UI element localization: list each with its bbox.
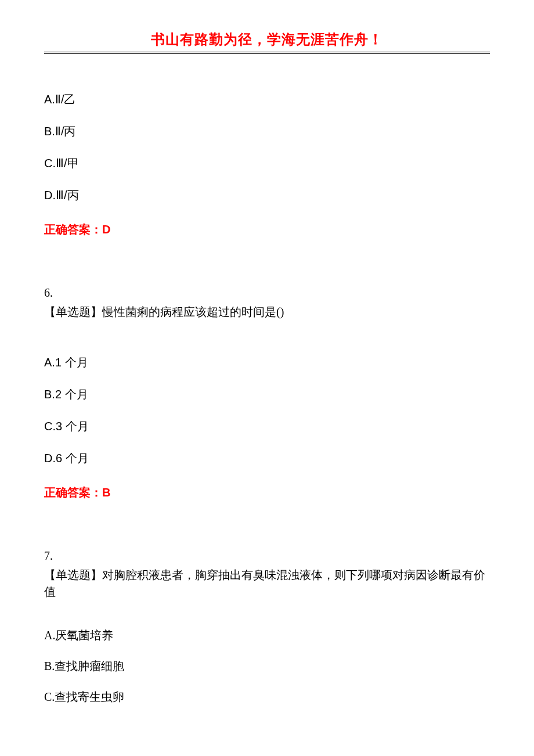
q5-option-a: A.Ⅱ/乙 [44,91,490,108]
q6-option-b: B.2 个月 [44,386,490,403]
q7-text: 【单选题】对胸腔积液患者，胸穿抽出有臭味混浊液体，则下列哪项对病因诊断最有价值 [44,567,490,600]
q5-option-d: D.Ⅲ/丙 [44,187,490,204]
page-header-motto: 书山有路勤为径，学海无涯苦作舟！ [44,30,490,52]
header-divider [44,52,490,54]
q6-text: 【单选题】慢性菌痢的病程应该超过的时间是() [44,304,490,321]
document-content: A.Ⅱ/乙 B.Ⅱ/丙 C.Ⅲ/甲 D.Ⅲ/丙 正确答案：D 6. 【单选题】慢… [44,59,490,705]
q7-option-a: A.厌氧菌培养 [44,627,490,644]
q5-option-c: C.Ⅲ/甲 [44,155,490,172]
q6-option-c: C.3 个月 [44,418,490,435]
question-6: 6. 【单选题】慢性菌痢的病程应该超过的时间是() A.1 个月 B.2 个月 … [44,285,490,501]
q6-option-a: A.1 个月 [44,354,490,371]
question-7: 7. 【单选题】对胸腔积液患者，胸穿抽出有臭味混浊液体，则下列哪项对病因诊断最有… [44,548,490,705]
q7-number: 7. [44,548,490,564]
question-5-options: A.Ⅱ/乙 B.Ⅱ/丙 C.Ⅲ/甲 D.Ⅲ/丙 正确答案：D [44,91,490,238]
q7-option-c: C.查找寄生虫卵 [44,689,490,705]
q5-option-b: B.Ⅱ/丙 [44,123,490,140]
q6-number: 6. [44,285,490,301]
q5-correct-answer: 正确答案：D [44,221,490,238]
q6-correct-answer: 正确答案：B [44,484,490,501]
q7-option-b: B.查找肿瘤细胞 [44,658,490,675]
q6-option-d: D.6 个月 [44,450,490,467]
